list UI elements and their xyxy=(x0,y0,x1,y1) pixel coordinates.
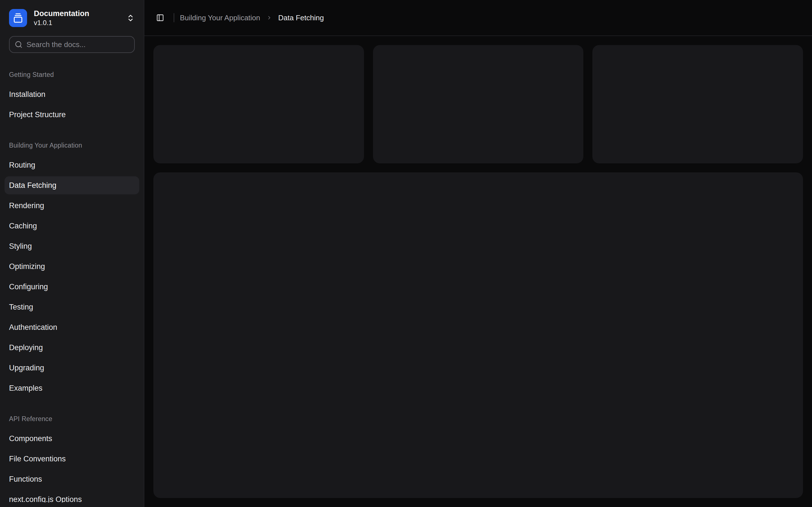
sidebar-toggle-button[interactable] xyxy=(152,10,168,25)
sidebar-item-routing[interactable]: Routing xyxy=(4,156,139,174)
header-separator xyxy=(174,13,174,22)
sidebar-item-next-config-js-options[interactable]: next.config.js Options xyxy=(4,490,139,503)
sidebar-item-optimizing[interactable]: Optimizing xyxy=(4,258,139,276)
app-version: v1.0.1 xyxy=(34,19,89,27)
version-switcher-button[interactable]: Documentation v1.0.1 xyxy=(4,4,139,32)
sidebar-item-functions[interactable]: Functions xyxy=(4,470,139,488)
sidebar-item-styling[interactable]: Styling xyxy=(4,237,139,255)
sidebar-item-configuring[interactable]: Configuring xyxy=(4,278,139,296)
breadcrumb-current-page: Data Fetching xyxy=(278,13,324,22)
search-box xyxy=(9,36,135,53)
chevron-right-icon xyxy=(266,15,272,20)
sidebar-item-project-structure[interactable]: Project Structure xyxy=(4,106,139,124)
panel-left-icon xyxy=(156,14,164,22)
sidebar-item-components[interactable]: Components xyxy=(4,430,139,448)
search-icon xyxy=(15,41,22,48)
sidebar-item-upgrading[interactable]: Upgrading xyxy=(4,359,139,377)
sidebar-item-installation[interactable]: Installation xyxy=(4,86,139,103)
nav-group-getting-started: Installation Project Structure xyxy=(4,86,139,124)
sidebar-item-deploying[interactable]: Deploying xyxy=(4,339,139,356)
nav-group-label-building-your-application: Building Your Application xyxy=(9,142,135,149)
app-window: Documentation v1.0.1 Getting Started Ins… xyxy=(0,0,812,507)
placeholder-card xyxy=(592,45,803,163)
sidebar-nav: Getting Started Installation Project Str… xyxy=(4,53,139,503)
sidebar-item-testing[interactable]: Testing xyxy=(4,298,139,316)
sidebar-item-rendering[interactable]: Rendering xyxy=(4,196,139,215)
breadcrumb-link-section[interactable]: Building Your Application xyxy=(180,13,260,22)
sidebar-item-authentication[interactable]: Authentication xyxy=(4,318,139,336)
sidebar-item-examples[interactable]: Examples xyxy=(4,379,139,397)
nav-group-api-reference: Components File Conventions Functions ne… xyxy=(4,430,139,503)
version-switcher-text: Documentation v1.0.1 xyxy=(34,9,89,27)
gallery-vertical-end-icon xyxy=(9,9,27,27)
sidebar-item-data-fetching[interactable]: Data Fetching xyxy=(4,176,139,194)
placeholder-cards-row xyxy=(153,45,803,163)
nav-group-label-getting-started: Getting Started xyxy=(9,71,135,78)
search-input[interactable] xyxy=(27,40,129,49)
sidebar-item-caching[interactable]: Caching xyxy=(4,217,139,235)
main-header: Building Your Application Data Fetching xyxy=(144,0,812,36)
placeholder-panel xyxy=(153,172,803,498)
nav-group-label-api-reference: API Reference xyxy=(9,415,135,423)
nav-group-building-your-application: Routing Data Fetching Rendering Caching … xyxy=(4,156,139,397)
main-area: Building Your Application Data Fetching xyxy=(144,0,812,507)
breadcrumb: Building Your Application Data Fetching xyxy=(180,13,324,22)
sidebar-item-file-conventions[interactable]: File Conventions xyxy=(4,450,139,468)
sidebar: Documentation v1.0.1 Getting Started Ins… xyxy=(0,0,144,507)
placeholder-card xyxy=(153,45,364,163)
app-title: Documentation xyxy=(34,9,89,18)
page-content xyxy=(144,36,812,507)
chevrons-up-down-icon xyxy=(126,14,135,22)
placeholder-card xyxy=(373,45,583,163)
